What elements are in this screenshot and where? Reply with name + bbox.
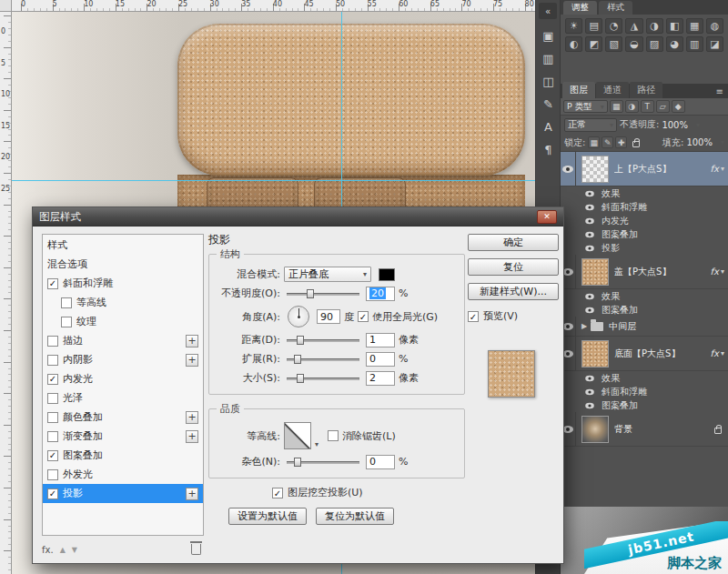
opacity-value[interactable]: 100% (662, 120, 688, 130)
size-slider[interactable] (287, 373, 359, 384)
shadow-color-swatch[interactable] (379, 268, 395, 281)
layer-thumbnail[interactable] (581, 416, 609, 443)
visibility-eye-icon[interactable] (585, 307, 594, 312)
preview-checkbox[interactable] (468, 311, 479, 322)
ruler-horizontal[interactable]: 05101520253035404550556065707580 (0, 0, 535, 12)
hue-saturation-icon[interactable]: ◧ (666, 18, 683, 34)
add-style-icon[interactable]: + (186, 430, 198, 443)
layer-thumbnail[interactable] (581, 340, 609, 368)
layer-effect-row[interactable]: 效果 (561, 289, 728, 303)
new-style-button[interactable]: 新建样式(W)... (468, 283, 559, 300)
visibility-eye-icon[interactable] (585, 388, 594, 394)
add-style-icon[interactable]: + (186, 411, 198, 424)
posterize-icon[interactable]: ▨ (646, 36, 663, 52)
layer-effect-row[interactable]: 效果 (561, 186, 728, 200)
make-default-button[interactable]: 设置为默认值 (228, 508, 307, 525)
visibility-eye-icon[interactable] (562, 166, 573, 173)
noise-input[interactable]: 0 (366, 455, 395, 469)
move-style-down-icon[interactable]: ▼ (72, 546, 77, 554)
brightness-contrast-icon[interactable]: ☀ (565, 18, 582, 34)
panel-menu-icon[interactable]: ≡ (713, 86, 726, 98)
panel-tab-1[interactable]: 调整 (563, 1, 597, 15)
blend-mode-dropdown[interactable]: 正片叠底 ▾ (284, 267, 371, 282)
visibility-eye-icon[interactable] (585, 293, 594, 298)
clone-source-panel-icon[interactable]: ◫ (536, 70, 561, 93)
selective-color-icon[interactable]: ▥ (686, 36, 703, 52)
collapse-effects-icon[interactable]: ▾ (721, 165, 728, 173)
style-checkbox[interactable] (61, 297, 72, 308)
layer-effect-row[interactable]: 图案叠加 (561, 398, 728, 412)
style-item[interactable]: 等高线 (43, 293, 203, 312)
visibility-eye-icon[interactable] (585, 245, 594, 250)
style-checkbox[interactable] (47, 336, 58, 347)
collapse-panels-icon[interactable]: « (539, 3, 557, 19)
style-checkbox[interactable] (47, 412, 58, 423)
noise-slider[interactable] (287, 457, 359, 468)
layer-effect-row[interactable]: 图案叠加 (561, 227, 728, 241)
visibility-eye-icon[interactable] (585, 190, 594, 196)
add-style-icon[interactable]: + (186, 488, 198, 500)
layer-effect-row[interactable]: 投影 (561, 241, 728, 255)
collapse-effects-icon[interactable]: ▾ (721, 349, 728, 357)
angle-input[interactable]: 90 (317, 309, 340, 324)
visibility-eye-icon[interactable] (585, 217, 594, 223)
opacity-slider[interactable] (287, 288, 359, 299)
layer-effect-row[interactable]: 效果 (561, 371, 728, 385)
ruler-vertical[interactable]: 0510152025 (0, 12, 12, 574)
histogram-panel-icon[interactable]: ▥ (536, 47, 561, 70)
anti-alias-checkbox[interactable] (328, 430, 339, 441)
spread-slider[interactable] (287, 354, 359, 365)
layer-effect-row[interactable]: 图案叠加 (561, 303, 728, 317)
style-checkbox[interactable] (61, 317, 72, 327)
knockout-checkbox[interactable] (272, 488, 283, 498)
threshold-icon[interactable]: ◕ (666, 36, 683, 52)
layer-thumbnail[interactable] (581, 258, 609, 286)
curves-icon[interactable]: ◔ (605, 18, 622, 34)
tab-图层[interactable]: 图层 (562, 82, 595, 98)
fx-badge[interactable]: fx (709, 267, 721, 277)
ruler-corner[interactable] (0, 0, 12, 12)
layer-row[interactable]: ▶中间层 (561, 317, 728, 337)
style-checkbox[interactable] (47, 374, 58, 385)
style-item[interactable]: 图案叠加 (43, 446, 203, 465)
angle-dial[interactable] (288, 306, 309, 327)
exposure-icon[interactable]: ◮ (625, 18, 642, 34)
move-style-up-icon[interactable]: ▲ (60, 546, 66, 554)
panel-tab-2[interactable]: 样式 (599, 1, 632, 15)
levels-icon[interactable]: ▤ (585, 18, 602, 34)
style-item[interactable]: 内发光 (43, 369, 203, 388)
lock-pixels-icon[interactable]: ✎ (602, 136, 613, 148)
fx-badge[interactable]: fx (709, 164, 721, 174)
black-white-icon[interactable]: ◍ (706, 18, 723, 34)
visibility-eye-icon[interactable] (585, 375, 594, 380)
blend-mode-select[interactable]: 正常 ▾ (564, 118, 617, 132)
style-checkbox[interactable] (47, 469, 58, 480)
dialog-titlebar[interactable]: 图层样式 ✕ (33, 207, 563, 227)
visibility-eye-icon[interactable] (585, 204, 594, 209)
layer-row[interactable]: 盖【P大点S】fx▾ (561, 255, 728, 289)
lock-position-icon[interactable]: ✚ (615, 136, 627, 148)
spread-input[interactable]: 0 (366, 352, 395, 367)
fx-badge[interactable]: fx (709, 348, 721, 358)
invert-icon[interactable]: ◒ (625, 36, 642, 52)
character-panel-icon[interactable]: A (536, 116, 561, 138)
expand-triangle-icon[interactable]: ▶ (581, 322, 587, 330)
style-checkbox[interactable] (47, 393, 58, 404)
channel-mixer-icon[interactable]: ◩ (585, 36, 602, 52)
type-layer-filter-icon[interactable]: T (641, 100, 654, 113)
layer-effect-row[interactable]: 内发光 (561, 214, 728, 227)
style-checkbox[interactable] (47, 278, 58, 289)
add-style-icon[interactable]: + (186, 335, 198, 347)
layer-effect-row[interactable]: 斜面和浮雕 (561, 200, 728, 214)
style-item[interactable]: 渐变叠加+ (43, 427, 203, 446)
style-item[interactable]: 投影+ (43, 484, 203, 503)
chevron-down-icon[interactable]: ▾ (315, 440, 318, 448)
size-input[interactable]: 2 (366, 371, 395, 386)
adjustment-layer-filter-icon[interactable]: ◑ (625, 100, 639, 113)
contour-picker[interactable] (284, 422, 311, 449)
tab-路径[interactable]: 路径 (630, 82, 662, 98)
distance-input[interactable]: 1 (366, 333, 395, 347)
cancel-button[interactable]: 复位 (468, 258, 559, 276)
style-checkbox[interactable] (47, 431, 58, 442)
tab-通道[interactable]: 通道 (596, 82, 629, 98)
